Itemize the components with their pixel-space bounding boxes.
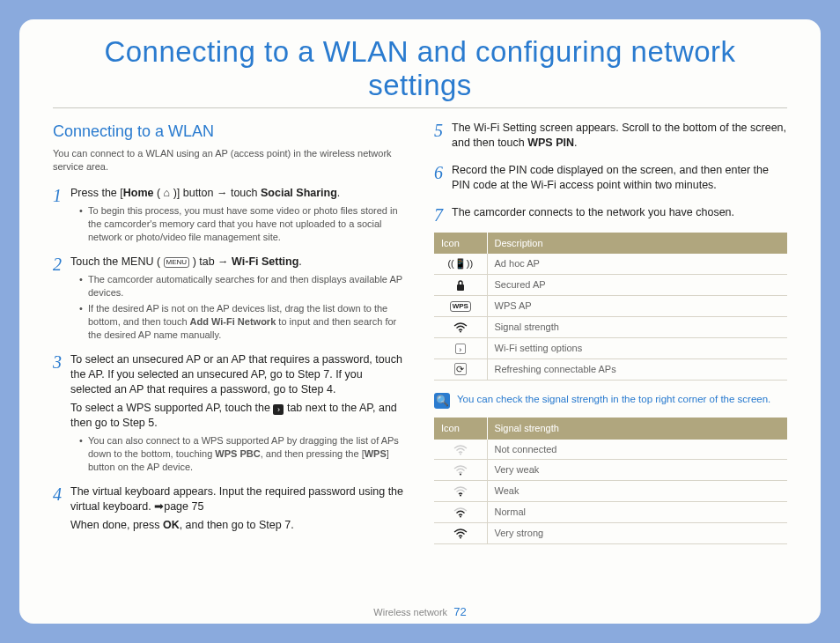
wps-icon: WPS <box>434 296 487 317</box>
table-row: Normal <box>434 502 787 523</box>
bullet: To begin this process, you must have som… <box>79 204 406 244</box>
step-7: 7 The camcorder connects to the network … <box>434 205 787 224</box>
svg-point-2 <box>460 453 461 455</box>
step-number: 4 <box>53 484 70 536</box>
left-column: Connecting to a WLAN You can connect to … <box>53 121 406 557</box>
step-1: 1 Press the [Home ( ⌂ )] button → touch … <box>53 186 406 246</box>
step-text: The Wi-Fi Setting screen appears. Scroll… <box>452 121 787 151</box>
table-row: ⟳Refreshing connectable APs <box>434 358 787 380</box>
footer-section: Wireless network <box>373 607 447 617</box>
step-4: 4 The virtual keyboard appears. Input th… <box>53 484 406 536</box>
bullet: You can also connect to a WPS supported … <box>79 434 406 474</box>
step-text: The virtual keyboard appears. Input the … <box>70 484 406 514</box>
step-text: Press the [Home ( ⌂ )] button → touch So… <box>70 186 406 201</box>
info-note: 🔍 You can check the signal strength in t… <box>434 393 787 409</box>
icon-description-table: Icon Description ((📱))Ad hoc AP Secured … <box>434 233 787 381</box>
step-text: To select a WPS supported AP, touch the … <box>70 401 406 431</box>
table-row: Weak <box>434 481 787 502</box>
two-column-layout: Connecting to a WLAN You can connect to … <box>53 121 787 557</box>
signal-strength-table: Icon Signal strength Not connected Very … <box>434 418 787 544</box>
table-row: Very strong <box>434 522 787 543</box>
wifi-weak-icon <box>434 481 487 502</box>
table-row: Signal strength <box>434 317 787 338</box>
chevron-right-icon: › <box>273 404 284 415</box>
bullet: The camcorder automatically searches for… <box>79 273 406 299</box>
col-signal: Signal strength <box>487 418 787 440</box>
step-text: The camcorder connects to the network yo… <box>452 205 787 220</box>
svg-point-5 <box>460 516 461 518</box>
wifi-normal-icon <box>434 502 487 523</box>
wifi-none-icon <box>434 440 487 460</box>
svg-point-6 <box>460 536 461 538</box>
step-text: Touch the MENU ( MENU ) tab → Wi-Fi Sett… <box>70 255 406 270</box>
section-heading: Connecting to a WLAN <box>53 121 406 142</box>
table-row: Very weak <box>434 460 787 481</box>
col-icon: Icon <box>434 418 487 440</box>
table-row: Secured AP <box>434 275 787 296</box>
wifi-icon <box>434 317 487 338</box>
svg-rect-0 <box>457 285 464 291</box>
step-number: 7 <box>434 205 452 224</box>
svg-point-3 <box>460 474 461 476</box>
note-text: You can check the signal strength in the… <box>457 393 770 407</box>
table-row: ((📱))Ad hoc AP <box>434 254 787 274</box>
lock-icon <box>434 275 487 296</box>
step-text: Record the PIN code displayed on the scr… <box>452 163 787 193</box>
svg-point-1 <box>460 331 461 333</box>
page-title: Connecting to a WLAN and configuring net… <box>53 35 787 108</box>
step-number: 5 <box>434 121 452 154</box>
table-row: WPSWPS AP <box>434 296 787 317</box>
step-number: 1 <box>53 186 70 246</box>
wifi-veryweak-icon <box>434 460 487 481</box>
page-footer: Wireless network 72 <box>19 605 821 618</box>
menu-icon: MENU <box>164 257 190 268</box>
step-5: 5 The Wi-Fi Setting screen appears. Scro… <box>434 121 787 154</box>
step-2: 2 Touch the MENU ( MENU ) tab → Wi-Fi Se… <box>53 255 406 344</box>
table-row: Not connected <box>434 440 787 460</box>
manual-page: Connecting to a WLAN and configuring net… <box>19 19 821 624</box>
adhoc-icon: ((📱)) <box>434 254 487 274</box>
table-row: ›Wi-Fi setting options <box>434 337 787 358</box>
page-number: 72 <box>453 605 466 618</box>
step-text: To select an unsecured AP or an AP that … <box>70 352 406 397</box>
refresh-icon: ⟳ <box>434 358 487 380</box>
wifi-strong-icon <box>434 522 487 543</box>
step-6: 6 Record the PIN code displayed on the s… <box>434 163 787 196</box>
step-3: 3 To select an unsecured AP or an AP tha… <box>53 352 406 476</box>
col-icon: Icon <box>434 233 487 255</box>
bullet: If the desired AP is not on the AP devic… <box>79 302 406 342</box>
right-column: 5 The Wi-Fi Setting screen appears. Scro… <box>434 121 787 557</box>
section-intro: You can connect to a WLAN using an AP (a… <box>53 147 406 174</box>
chevron-right-icon: › <box>434 337 487 358</box>
svg-point-4 <box>460 495 461 497</box>
step-number: 3 <box>53 352 70 476</box>
col-desc: Description <box>487 233 787 255</box>
step-number: 6 <box>434 163 452 196</box>
step-number: 2 <box>53 255 70 344</box>
step-text: When done, press OK, and then go to Step… <box>70 518 406 533</box>
magnify-icon: 🔍 <box>434 393 450 409</box>
